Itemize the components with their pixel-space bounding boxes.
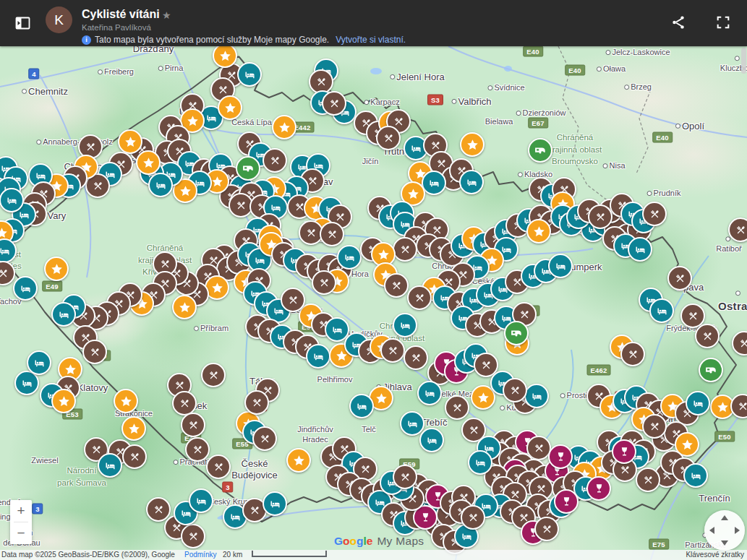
share-button[interactable] — [670, 14, 688, 32]
create-own-link[interactable]: Vytvořte si vlastní. — [336, 35, 406, 45]
map-marker-poi-star[interactable] — [172, 295, 197, 319]
map-marker-restaurant[interactable] — [181, 524, 205, 548]
map-marker-restaurant[interactable] — [122, 444, 147, 469]
map-marker-lodging[interactable] — [468, 450, 492, 475]
map-marker-lodging[interactable] — [148, 173, 173, 197]
side-panel-toggle-button[interactable] — [13, 14, 32, 32]
map-marker-camper-site[interactable] — [699, 358, 723, 382]
map-marker-restaurant[interactable] — [312, 270, 336, 295]
map-marker-poi-star[interactable] — [121, 416, 146, 441]
map-marker-restaurant[interactable] — [620, 342, 645, 366]
map-marker-lodging[interactable] — [0, 188, 24, 212]
map-marker-restaurant[interactable] — [588, 204, 612, 229]
road-badge: E462 — [587, 365, 611, 376]
map-marker-poi-star[interactable] — [272, 115, 296, 139]
terms-link[interactable]: Podmínky — [184, 551, 216, 559]
map-marker-poi-star[interactable] — [286, 448, 311, 473]
map-marker-restaurant[interactable] — [461, 505, 485, 530]
city-label: Svídnice — [487, 83, 524, 93]
map-marker-lodging[interactable] — [649, 298, 674, 323]
map-marker-restaurant[interactable] — [206, 455, 231, 479]
map-marker-restaurant[interactable] — [636, 468, 660, 492]
map-marker-lodging[interactable] — [683, 463, 708, 488]
map-marker-restaurant[interactable] — [244, 390, 269, 415]
map-marker-poi-star[interactable] — [44, 257, 69, 281]
map-marker-camper-site[interactable] — [504, 321, 529, 345]
map-marker-restaurant[interactable] — [642, 202, 667, 226]
map-marker-restaurant[interactable] — [201, 363, 226, 387]
map-marker-restaurant[interactable] — [404, 345, 428, 370]
star-icon[interactable]: ★ — [162, 9, 171, 21]
map-marker-restaurant[interactable] — [393, 237, 417, 262]
map-marker-lodging[interactable] — [189, 488, 213, 513]
map-marker-poi-star[interactable] — [118, 129, 142, 154]
map-marker-lodging[interactable] — [98, 453, 122, 478]
map-marker-poi-star[interactable] — [51, 389, 76, 413]
map-marker-camper-site[interactable] — [528, 138, 552, 163]
pan-up-arrow-icon[interactable] — [721, 515, 728, 520]
pan-left-arrow-icon[interactable] — [709, 527, 714, 534]
map-marker-lodging[interactable] — [27, 350, 51, 375]
map-marker-lodging[interactable] — [237, 62, 262, 87]
map-marker-restaurant[interactable] — [667, 266, 692, 290]
map-marker-restaurant[interactable] — [445, 395, 469, 420]
map-marker-wine-bar[interactable] — [548, 444, 573, 469]
map-marker-restaurant[interactable] — [407, 285, 432, 310]
map-marker-lodging[interactable] — [524, 384, 549, 408]
map-marker-restaurant[interactable] — [534, 517, 559, 541]
map-marker-lodging[interactable] — [51, 302, 76, 327]
map-marker-poi-star[interactable] — [526, 219, 551, 244]
map-marker-restaurant[interactable] — [181, 413, 205, 437]
map-marker-restaurant[interactable] — [146, 497, 171, 522]
map-marker-restaurant[interactable] — [320, 222, 344, 246]
map-marker-restaurant[interactable] — [393, 465, 417, 489]
map-marker-restaurant[interactable] — [185, 437, 210, 462]
map-marker-lodging[interactable] — [628, 237, 652, 262]
avatar[interactable]: K — [46, 7, 72, 33]
map-marker-lodging[interactable] — [459, 170, 484, 194]
map-marker-restaurant[interactable] — [695, 324, 720, 348]
map-marker-wine-bar[interactable] — [612, 439, 636, 464]
map-marker-restaurant[interactable] — [252, 426, 277, 451]
map-marker-restaurant[interactable] — [503, 378, 527, 402]
fullscreen-button[interactable] — [715, 14, 733, 32]
pan-control[interactable] — [704, 510, 745, 551]
map-author: Kateřina Pavlíková — [82, 23, 151, 32]
map-marker-lodging[interactable] — [417, 381, 442, 405]
map-marker-restaurant[interactable] — [642, 414, 667, 439]
map-marker-lodging[interactable] — [337, 245, 362, 270]
map-marker-lodging[interactable] — [13, 276, 38, 301]
keyboard-shortcuts-link[interactable]: Klávesové zkratky — [686, 551, 744, 559]
zoom-out-button[interactable]: − — [10, 522, 32, 544]
map-marker-lodging[interactable] — [306, 344, 330, 369]
map-marker-restaurant[interactable] — [82, 340, 107, 364]
map-marker-restaurant[interactable] — [376, 126, 401, 150]
map-marker-lodging[interactable] — [419, 428, 444, 452]
map-marker-lodging[interactable] — [262, 491, 287, 516]
pan-down-arrow-icon[interactable] — [721, 540, 728, 546]
map-marker-camper-site[interactable] — [236, 156, 260, 181]
map-marker-wine-bar[interactable] — [586, 476, 611, 501]
map-marker-restaurant[interactable] — [322, 91, 346, 116]
zoom-in-button[interactable]: + — [10, 500, 32, 522]
map-marker-lodging[interactable] — [393, 313, 417, 337]
map-canvas[interactable]: Chráněná krajinná oblast BroumovskoChrán… — [0, 46, 747, 560]
map-marker-poi-star[interactable] — [136, 150, 161, 175]
map-marker-lodging[interactable] — [422, 171, 446, 195]
map-marker-restaurant[interactable] — [172, 391, 197, 415]
map-marker-lodging[interactable] — [548, 254, 573, 278]
scrollbar-thumb[interactable] — [741, 48, 746, 74]
map-marker-wine-bar[interactable] — [554, 489, 579, 514]
map-marker-lodging[interactable] — [349, 394, 374, 418]
pan-right-arrow-icon[interactable] — [735, 527, 740, 534]
map-marker-poi-star[interactable] — [218, 95, 242, 120]
map-marker-restaurant[interactable] — [728, 217, 747, 242]
map-marker-poi-star[interactable] — [114, 389, 138, 413]
map-marker-lodging[interactable] — [400, 411, 424, 436]
map-marker-restaurant[interactable] — [380, 338, 405, 363]
map-marker-restaurant[interactable] — [384, 273, 409, 298]
map-marker-restaurant[interactable] — [281, 288, 305, 312]
map-marker-lodging[interactable] — [686, 391, 710, 415]
map-marker-poi-star[interactable] — [460, 132, 485, 157]
map-marker-restaurant[interactable] — [262, 148, 287, 173]
